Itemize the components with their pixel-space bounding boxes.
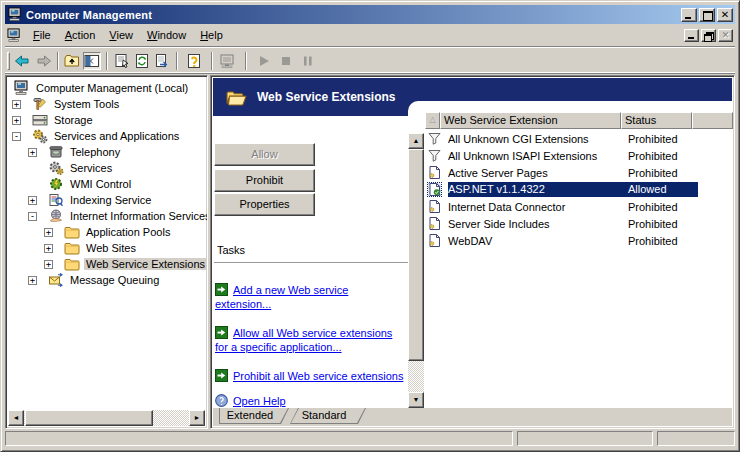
tree-item-web-sites[interactable]: + Web Sites [8,240,205,256]
list-row[interactable]: Active Server Pages Prohibited [425,164,733,181]
help-sphere-icon [215,394,228,407]
tree-item-application-pools[interactable]: + Application Pools [8,224,205,240]
tree-item-message-queuing[interactable]: + Message Queuing [8,272,205,288]
tree-item-telephony[interactable]: + Telephony [8,144,205,160]
scroll-down-icon[interactable]: ▼ [408,392,424,408]
expand-toggle[interactable]: - [28,212,37,221]
menu-window[interactable]: Window [140,27,193,43]
open-folder-icon [226,89,247,106]
tree-item-storage[interactable]: + Storage [8,112,205,128]
task-arrow-icon [215,326,228,339]
iis-icon [48,208,64,224]
list-row[interactable]: All Unknown CGI Extensions Prohibited [425,130,733,147]
show-hide-console-tree-icon[interactable] [83,52,101,70]
tab-extended[interactable]: Extended [219,408,289,424]
menu-view[interactable]: View [102,27,140,43]
expand-toggle[interactable]: + [12,116,21,125]
extension-file-icon [428,217,441,230]
list-row-selected[interactable]: ASP.NET v1.1.4322 Allowed [425,181,733,198]
minimize-button[interactable] [681,8,697,22]
scrollbar-thumb[interactable] [408,149,424,361]
tree-item-computer-management[interactable]: Computer Management (Local) [8,80,205,96]
close-button[interactable]: ✕ [717,8,733,22]
system-tools-icon [32,96,48,112]
computer-management-window: Computer Management ✕ File Action View W… [0,0,740,452]
expand-toggle[interactable]: + [44,260,53,269]
toolbar-grip[interactable] [7,52,10,70]
computer-toolbar-icon [219,52,237,70]
menu-bar: File Action View Window Help ✕ [5,25,735,45]
menu-file[interactable]: File [26,27,58,43]
expand-toggle[interactable]: + [28,276,37,285]
allow-button: Allow [214,143,315,166]
tree-item-internet-information-services[interactable]: - Internet Information Services [8,208,205,224]
list-row[interactable]: WebDAV Prohibited [425,232,733,249]
expand-toggle[interactable]: + [44,244,53,253]
list-row[interactable]: All Unknown ISAPI Extensions Prohibited [425,147,733,164]
maximize-button[interactable] [699,8,715,22]
menu-help[interactable]: Help [193,27,230,43]
tree-item-indexing-service[interactable]: + Indexing Service [8,192,205,208]
list-row[interactable]: Server Side Includes Prohibited [425,215,733,232]
status-bar [5,430,735,447]
message-queuing-icon [48,272,64,288]
scroll-left-icon[interactable]: ◄ [8,410,24,426]
tasks-vertical-scrollbar[interactable]: ▲ ▼ [408,133,424,408]
extension-file-checked-icon [428,183,441,196]
tree-item-system-tools[interactable]: + System Tools [8,96,205,112]
tree-item-services-and-applications[interactable]: - Services and Applications [8,128,205,144]
menu-action[interactable]: Action [58,27,103,43]
add-extension-link[interactable]: Add a new Web service extension... [215,283,407,311]
tasks-divider [214,262,408,263]
tasks-heading: Tasks [217,244,245,256]
details-pane: Web Service Extensions Allow Prohibit Pr… [210,75,735,429]
expand-toggle[interactable]: - [12,132,21,141]
allow-all-extensions-link[interactable]: Allow all Web service extensions for a s… [215,326,407,354]
wmi-control-icon [48,176,64,192]
column-header-filler [692,112,733,129]
status-panel-right [657,431,735,446]
toolbar-separator [176,52,178,70]
folder-icon [64,224,80,240]
mdi-restore-button[interactable] [701,29,716,42]
folder-icon [64,256,80,272]
column-header-extension[interactable]: Web Service Extension [440,112,621,129]
filter-icon [428,149,441,162]
tree-horizontal-scrollbar[interactable]: ◄ ► [8,410,205,426]
column-header-status[interactable]: Status [621,112,692,129]
play-icon [255,52,273,70]
title-bar[interactable]: Computer Management ✕ [5,5,735,24]
forward-icon [35,52,53,70]
tree-item-services[interactable]: Services [8,160,205,176]
properties-icon[interactable] [113,52,131,70]
mdi-minimize-button[interactable] [684,29,699,42]
properties-button[interactable]: Properties [214,193,315,216]
up-one-level-icon[interactable] [63,52,81,70]
export-list-icon[interactable] [153,52,171,70]
console-tree-pane: Computer Management (Local) + System Too… [5,75,208,429]
scrollbar-thumb[interactable] [25,410,153,426]
mdi-system-menu-icon[interactable] [7,28,22,43]
expand-toggle[interactable]: + [28,148,37,157]
list-row[interactable]: Internet Data Connector Prohibited [425,198,733,215]
prohibit-all-extensions-link[interactable]: Prohibit all Web service extensions [215,369,407,383]
prohibit-button[interactable]: Prohibit [214,169,315,192]
open-help-link[interactable]: Open Help [215,394,407,408]
tab-standard[interactable]: Standard [290,408,366,424]
sort-column-header[interactable]: △ [425,112,440,129]
window-title: Computer Management [26,9,679,21]
refresh-icon[interactable] [133,52,151,70]
help-icon[interactable] [185,52,203,70]
scroll-right-icon[interactable]: ► [189,410,205,426]
console-tree: Computer Management (Local) + System Too… [8,80,205,288]
expand-toggle[interactable]: + [28,196,37,205]
back-icon[interactable] [13,52,31,70]
services-icon [48,160,64,176]
expand-toggle[interactable]: + [44,228,53,237]
scroll-up-icon[interactable]: ▲ [408,133,424,149]
status-panel-secondary [517,431,653,446]
toolbar-separator [57,52,59,70]
tree-item-wmi-control[interactable]: WMI Control [8,176,205,192]
expand-toggle[interactable]: + [12,100,21,109]
tree-item-web-service-extensions[interactable]: + Web Service Extensions [8,256,205,272]
